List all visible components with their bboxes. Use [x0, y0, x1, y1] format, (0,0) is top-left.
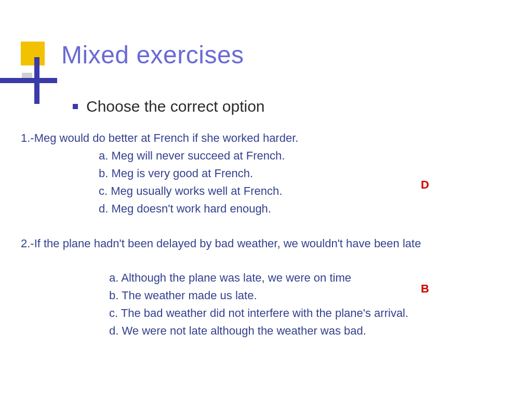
slide-title: Mixed exercises	[61, 41, 244, 69]
question-1-option-c: c. Meg usually works well at French.	[99, 183, 511, 200]
question-2-options: a. Although the plane was late, we were …	[21, 270, 511, 339]
question-1-option-a: a. Meg will never succeed at French.	[99, 148, 511, 164]
question-2: 2.-If the plane hadn't been delayed by b…	[21, 235, 511, 339]
question-1-option-d: d. Meg doesn't work hard enough.	[99, 201, 511, 217]
question-2-prompt: 2.-If the plane hadn't been delayed by b…	[21, 235, 511, 252]
subtitle-row: Choose the correct option	[73, 98, 265, 115]
square-bullet-icon	[73, 104, 78, 109]
slide-body: 1.-Meg would do better at French if she …	[21, 130, 511, 342]
vertical-bar-icon	[34, 57, 39, 104]
corner-decoration	[0, 42, 62, 104]
question-1-option-b: b. Meg is very good at French.	[99, 165, 511, 182]
question-2-option-b: b. The weather made us late.	[109, 287, 511, 304]
question-1-options: a. Meg will never succeed at French. b. …	[21, 148, 511, 217]
yellow-square-icon	[21, 42, 45, 65]
question-2-option-a: a. Although the plane was late, we were …	[109, 270, 511, 286]
question-2-option-d: d. We were not late although the weather…	[109, 323, 511, 339]
question-1-prompt: 1.-Meg would do better at French if she …	[21, 130, 511, 147]
question-2-answer: B	[421, 281, 429, 297]
question-1: 1.-Meg would do better at French if she …	[21, 130, 511, 217]
question-1-answer: D	[421, 177, 429, 193]
horizontal-bar-icon	[0, 78, 57, 83]
slide-subtitle: Choose the correct option	[86, 98, 265, 115]
slide: Mixed exercises Choose the correct optio…	[0, 0, 532, 399]
question-2-option-c: c. The bad weather did not interfere wit…	[109, 305, 511, 322]
